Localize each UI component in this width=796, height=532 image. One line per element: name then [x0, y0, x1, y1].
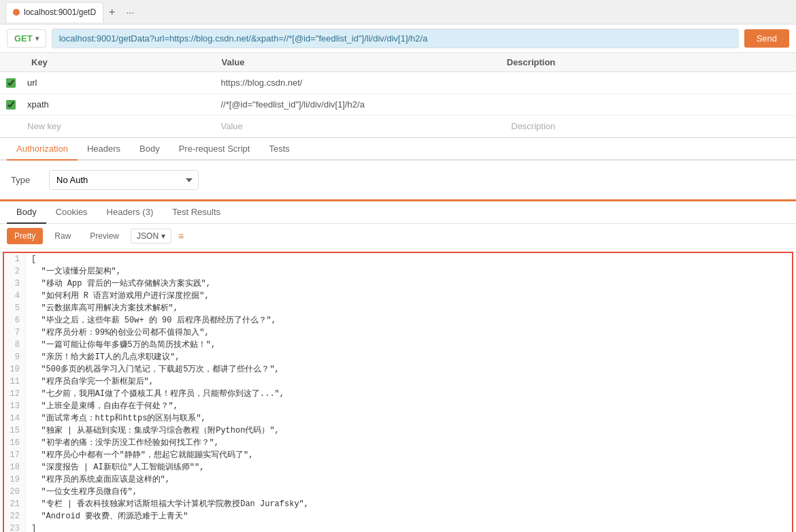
wrap-icon[interactable]: ≡ — [178, 231, 184, 242]
new-desc-placeholder[interactable]: Description — [505, 118, 796, 135]
line-number: 8 — [4, 339, 26, 351]
tab-dot — [13, 9, 20, 16]
line-number: 17 — [4, 449, 26, 461]
line-content: "深度报告 | AI新职位"人工智能训练师"", — [26, 461, 210, 473]
line-content: "上班全是束缚，自由存在于何处？", — [26, 400, 184, 412]
line-content: "程序员自学完一个新框架后", — [26, 376, 159, 388]
line-content: "程序员心中都有一个"静静"，想起它就能蹦实写代码了", — [26, 449, 259, 461]
code-line: 7 "程序员分析：99%的创业公司都不值得加入", — [4, 327, 792, 339]
format-raw-button[interactable]: Raw — [47, 228, 78, 244]
code-line: 18 "深度报告 | AI新职位"人工智能训练师"", — [4, 461, 792, 473]
line-content: "一位女生程序员微自传", — [26, 486, 143, 498]
param-row: xpath //*[@id="feedlist_id"]/li/div/div[… — [0, 94, 796, 116]
line-number: 3 — [4, 278, 26, 290]
type-label: Type — [11, 175, 38, 185]
param-row: url https://blog.csdn.net/ — [0, 72, 796, 94]
url-bar: GET ▾ Send — [0, 24, 796, 53]
code-line: 13 "上班全是束缚，自由存在于何处？", — [4, 400, 792, 412]
line-number: 4 — [4, 290, 26, 302]
code-line: 23] — [4, 522, 792, 532]
line-content: [ — [26, 253, 42, 265]
row-1-checkbox[interactable] — [6, 100, 16, 110]
browser-tab[interactable]: localhost:9001/getD — [5, 2, 103, 22]
line-content: "面试常考点：http和https的区别与联系", — [26, 412, 212, 425]
line-content: "如何利用 R 语言对游戏用户进行深度挖掘", — [26, 290, 215, 302]
line-content: "程序员的系统桌面应该是这样的", — [26, 473, 176, 486]
params-section: Key Value Description url https://blog.c… — [0, 53, 796, 138]
line-content: "云数据库高可用解决方案技术解析", — [26, 302, 184, 314]
line-number: 1 — [4, 253, 26, 265]
line-number: 9 — [4, 351, 26, 363]
col-desc: Description — [504, 57, 789, 67]
method-select[interactable]: GET ▾ — [7, 29, 46, 48]
tab-authorization[interactable]: Authorization — [7, 138, 78, 161]
res-tab-body[interactable]: Body — [7, 201, 46, 224]
col-key: Key — [29, 57, 219, 67]
line-content: "一文读懂分层架构", — [26, 265, 127, 278]
new-tab-button[interactable]: + — [103, 3, 120, 21]
line-number: 21 — [4, 498, 26, 510]
res-tab-headers[interactable]: Headers (3) — [97, 201, 163, 224]
code-line: 1[ — [4, 253, 792, 265]
body-format-bar: Pretty Raw Preview JSON ▾ ≡ — [0, 224, 796, 249]
line-number: 10 — [4, 363, 26, 376]
row-1-desc — [505, 101, 796, 108]
res-tab-test-results[interactable]: Test Results — [163, 201, 230, 224]
url-input[interactable] — [52, 29, 739, 48]
tab-body[interactable]: Body — [130, 138, 169, 161]
row-0-desc — [505, 80, 796, 86]
line-number: 6 — [4, 314, 26, 327]
line-number: 16 — [4, 437, 26, 449]
row-0-checkbox[interactable] — [6, 78, 16, 88]
line-content: "Android 要收费、闭源恐难于上青天" — [26, 510, 193, 522]
res-tab-cookies[interactable]: Cookies — [46, 201, 97, 224]
row-1-value: //*[@id="feedlist_id"]/li/div/div[1]/h2/… — [216, 96, 506, 113]
code-line: 19 "程序员的系统桌面应该是这样的", — [4, 473, 792, 486]
line-content: "亲历！给大龄IT人的几点求职建议", — [26, 351, 185, 363]
line-number: 14 — [4, 412, 26, 425]
format-pretty-button[interactable]: Pretty — [7, 228, 43, 244]
line-content: ] — [26, 522, 42, 532]
code-line: 22 "Android 要收费、闭源恐难于上青天" — [4, 510, 792, 522]
code-line: 20 "一位女生程序员微自传", — [4, 486, 792, 498]
format-preview-button[interactable]: Preview — [82, 228, 127, 244]
code-line: 9 "亲历！给大龄IT人的几点求职建议", — [4, 351, 792, 363]
code-line: 21 "专栏 | 香农科技独家对话斯坦福大学计算机学院教授Dan Jurafsk… — [4, 498, 792, 510]
new-key-placeholder[interactable]: New key — [22, 118, 216, 135]
new-value-placeholder[interactable]: Value — [216, 118, 506, 135]
line-number: 22 — [4, 510, 26, 522]
line-number: 11 — [4, 376, 26, 388]
line-number: 12 — [4, 388, 26, 400]
line-number: 5 — [4, 302, 26, 314]
format-type-select[interactable]: JSON ▾ — [131, 229, 171, 244]
code-line: 15 "独家 | 从基础到实现：集成学习综合教程（附Python代码）", — [4, 425, 792, 437]
code-line: 2 "一文读懂分层架构", — [4, 265, 792, 278]
params-header: Key Value Description — [0, 53, 796, 72]
tab-tests[interactable]: Tests — [259, 138, 299, 161]
line-number: 13 — [4, 400, 26, 412]
auth-type-select[interactable]: No Auth — [49, 170, 199, 190]
line-content: "七夕前，我用AI做了个摄核工具！程序员，只能帮你到这了...", — [26, 388, 290, 400]
more-tabs-button[interactable]: ··· — [120, 4, 139, 20]
tab-headers[interactable]: Headers — [78, 138, 130, 161]
line-content: "独家 | 从基础到实现：集成学习综合教程（附Python代码）", — [26, 425, 285, 437]
row-1-key: xpath — [22, 96, 216, 113]
chevron-down-icon: ▾ — [35, 35, 39, 42]
code-line: 3 "移动 App 背后的一站式存储解决方案实践", — [4, 278, 792, 290]
code-area: 1[2 "一文读懂分层架构",3 "移动 App 背后的一站式存储解决方案实践"… — [3, 252, 793, 532]
line-content: "初学者的痛：没学历没工作经验如何找工作？", — [26, 437, 225, 449]
code-line: 11 "程序员自学完一个新框架后", — [4, 376, 792, 388]
row-0-key: url — [22, 74, 216, 91]
row-0-value: https://blog.csdn.net/ — [216, 74, 506, 91]
line-content: "移动 App 背后的一站式存储解决方案实践", — [26, 278, 216, 290]
send-button[interactable]: Send — [744, 29, 789, 48]
code-line: 4 "如何利用 R 语言对游戏用户进行深度挖掘", — [4, 290, 792, 302]
line-content: "专栏 | 香农科技独家对话斯坦福大学计算机学院教授Dan Jurafsky", — [26, 498, 314, 510]
param-row-new: New key Value Description — [0, 116, 796, 137]
code-line: 16 "初学者的痛：没学历没工作经验如何找工作？", — [4, 437, 792, 449]
tab-pre-request[interactable]: Pre-request Script — [169, 138, 260, 161]
method-label: GET — [14, 33, 33, 44]
code-line: 6 "毕业之后，这些年薪 50w+ 的 90 后程序员都经历了什么？", — [4, 314, 792, 327]
line-content: "程序员分析：99%的创业公司都不值得加入", — [26, 327, 215, 339]
line-number: 2 — [4, 265, 26, 278]
